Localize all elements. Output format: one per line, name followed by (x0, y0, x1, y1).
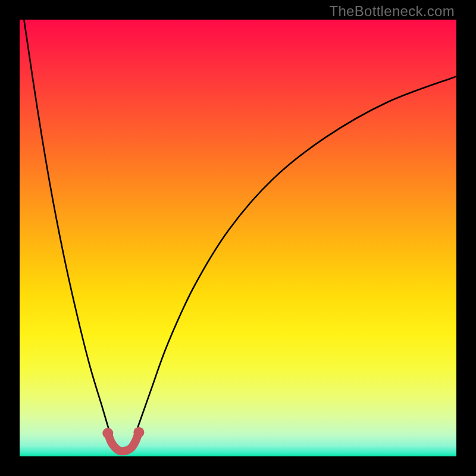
chart-frame: TheBottleneck.com (0, 0, 476, 476)
optimum-dot-left (102, 428, 113, 439)
optimum-dot-right (133, 427, 144, 438)
plot-area (20, 20, 456, 456)
watermark-text: TheBottleneck.com (329, 3, 455, 20)
curve-right (131, 76, 456, 447)
curve-layer (20, 20, 456, 456)
curve-left (24, 20, 115, 447)
